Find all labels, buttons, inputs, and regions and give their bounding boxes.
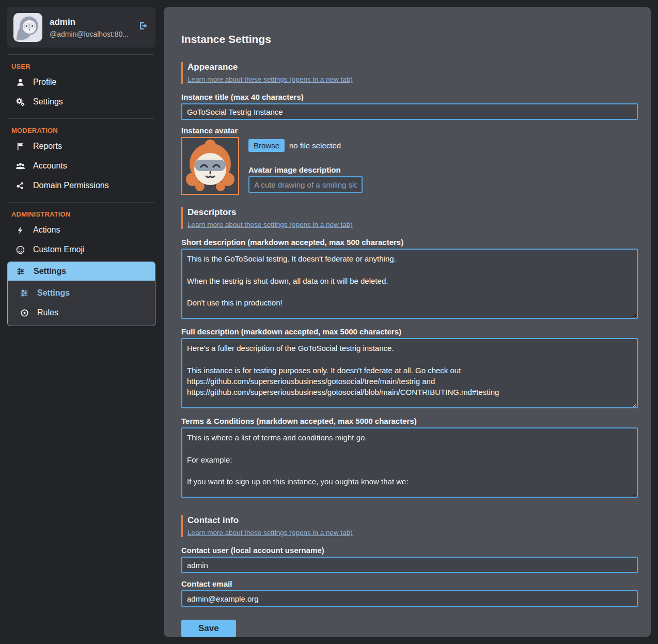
terms-textarea[interactable] [181,427,638,498]
appearance-heading: Appearance [187,62,638,72]
sidebar-item-label: Actions [33,225,60,235]
sidebar-section-administration: ADMINISTRATION [11,210,155,218]
sidebar-item-actions[interactable]: Actions [7,220,155,240]
avatar-description-input[interactable] [248,176,363,193]
sidebar-item-settings-selected[interactable]: Settings [8,262,155,281]
sidebar-section-moderation: MODERATION [11,127,155,134]
user-meta: admin @admin@localhost:80... [50,17,129,38]
divider [8,54,154,55]
sloth-instance-avatar-icon [182,138,238,194]
user-card: admin @admin@localhost:80... [7,7,155,48]
contact-user-field: Contact user (local account username) [181,546,638,573]
divider [8,118,154,119]
share-nodes-icon [15,181,25,190]
sign-out-icon[interactable] [138,21,149,33]
settings-subnav: Settings Rules [8,281,155,326]
sidebar-item-domain-permissions[interactable]: Domain Permissions [7,176,155,195]
sidebar-item-label: Reports [33,142,62,151]
divider [8,202,154,203]
sliders-icon [19,289,29,297]
sidebar-item-label: Domain Permissions [33,181,109,190]
full-description-label: Full description (markdown accepted, max… [181,327,638,336]
contact-learn-more-link[interactable]: Learn more about these settings (opens i… [187,529,353,536]
save-button[interactable]: Save [181,620,236,637]
sliders-icon [15,267,26,275]
users-icon [15,162,25,171]
short-description-textarea[interactable] [181,249,638,319]
instance-title-input[interactable] [181,103,638,120]
contact-heading: Contact info [187,515,638,526]
appearance-section-header: Appearance Learn more about these settin… [181,62,638,84]
sidebar-section-user: USER [11,63,155,70]
contact-user-input[interactable] [181,557,638,573]
instance-settings-panel: Instance Settings Appearance Learn more … [164,7,651,637]
contact-user-label: Contact user (local account username) [181,546,638,555]
sidebar-item-reports[interactable]: Reports [7,136,155,156]
sidebar-item-label: Accounts [33,161,67,171]
sidebar-item-label: Settings [34,267,66,276]
contact-section-header: Contact info Learn more about these sett… [181,515,638,537]
instance-avatar-image [181,137,239,195]
smile-icon [15,246,25,254]
circle-dot-icon [19,309,29,317]
browse-button[interactable]: Browse [248,139,285,152]
sidebar-item-profile[interactable]: Profile [7,72,155,92]
sidebar: admin @admin@localhost:80... USER Profil… [7,7,155,637]
user-icon [15,78,25,87]
descriptors-heading: Descriptors [187,207,638,218]
no-file-selected-text: no file selected [289,141,341,150]
contact-email-field: Contact email [181,579,638,607]
descriptors-learn-more-link[interactable]: Learn more about these settings (opens i… [187,221,353,228]
contact-email-input[interactable] [181,590,638,607]
sidebar-item-label: Rules [37,308,58,317]
avatar-controls: Browse no file selected Avatar image des… [248,137,363,195]
user-handle: @admin@localhost:80... [50,30,129,38]
avatar-description-label: Avatar image description [248,165,363,174]
sidebar-subitem-settings[interactable]: Settings [12,283,155,303]
user-name: admin [50,17,129,27]
sidebar-item-user-settings[interactable]: Settings [7,92,155,112]
terms-label: Terms & Conditions (markdown accepted, m… [181,417,638,425]
descriptors-section-header: Descriptors Learn more about these setti… [181,207,638,229]
short-description-field: Short description (markdown accepted, ma… [181,238,638,321]
instance-avatar-label: Instance avatar [181,126,638,135]
terms-field: Terms & Conditions (markdown accepted, m… [181,417,638,500]
instance-title-label: Instance title (max 40 characters) [181,93,638,101]
contact-email-label: Contact email [181,579,638,588]
instance-avatar-field: Instance avatar [181,126,638,195]
user-avatar [13,13,42,42]
sidebar-item-label: Settings [37,288,70,298]
sidebar-item-accounts[interactable]: Accounts [7,156,155,176]
sidebar-subitem-rules[interactable]: Rules [12,303,155,323]
sidebar-item-custom-emoji[interactable]: Custom Emoji [7,240,155,259]
settings-nav-block: Settings Settings [7,262,155,326]
appearance-learn-more-link[interactable]: Learn more about these settings (opens i… [187,75,353,83]
sloth-avatar-icon [13,13,42,42]
full-description-textarea[interactable] [181,338,638,408]
sidebar-item-label: Profile [33,78,56,87]
bolt-icon [15,226,25,235]
cogs-icon [15,97,25,106]
sidebar-item-label: Settings [33,97,63,106]
flag-icon [15,142,25,151]
full-description-field: Full description (markdown accepted, max… [181,327,638,410]
sidebar-item-label: Custom Emoji [33,245,85,254]
page-title: Instance Settings [181,33,638,45]
short-description-label: Short description (markdown accepted, ma… [181,238,638,247]
instance-title-field: Instance title (max 40 characters) [181,93,638,120]
